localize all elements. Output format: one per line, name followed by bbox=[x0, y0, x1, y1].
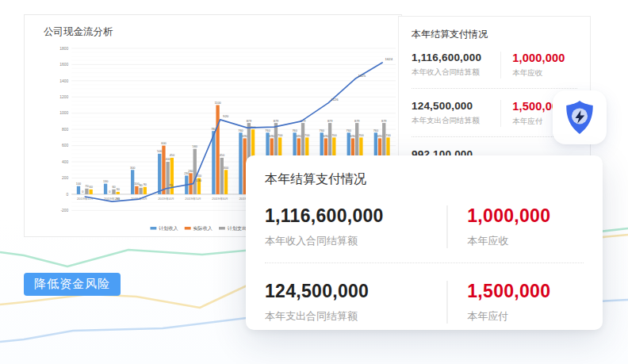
svg-text:760: 760 bbox=[347, 129, 351, 132]
svg-text:260: 260 bbox=[188, 170, 193, 173]
svg-text:879: 879 bbox=[247, 120, 251, 123]
svg-text:700: 700 bbox=[385, 134, 390, 137]
svg-text:879: 879 bbox=[354, 120, 359, 123]
svg-text:879: 879 bbox=[381, 120, 386, 123]
svg-text:300: 300 bbox=[224, 167, 228, 170]
panel-row-income: 1,116,600,000 本年收入合同结算额 1,000,000 本年应收 bbox=[412, 50, 577, 79]
svg-text:500: 500 bbox=[157, 150, 162, 153]
svg-text:实际收入: 实际收入 bbox=[193, 225, 213, 232]
receivable-label: 本年应收 bbox=[512, 68, 577, 79]
svg-text:300: 300 bbox=[130, 167, 135, 170]
svg-text:-90: -90 bbox=[115, 197, 121, 201]
svg-text:80: 80 bbox=[139, 184, 142, 187]
shield-lightning-icon bbox=[563, 99, 596, 136]
svg-text:879: 879 bbox=[274, 120, 278, 123]
svg-text:690: 690 bbox=[350, 135, 355, 138]
svg-text:2019年4月: 2019年4月 bbox=[158, 197, 174, 201]
svg-text:130: 130 bbox=[103, 180, 108, 183]
svg-text:700: 700 bbox=[358, 134, 363, 137]
popup-income-settlement-label: 本年收入合同结算额 bbox=[265, 234, 446, 248]
svg-text:200: 200 bbox=[62, 176, 68, 180]
receivable: 1,000,000 本年应收 bbox=[500, 52, 577, 79]
popup-row-expense: 124,500,000 本年支出合同结算额 1,500,000 本年应付 bbox=[265, 281, 584, 324]
chart-title: 公司现金流分析 bbox=[44, 25, 113, 39]
svg-text:700: 700 bbox=[278, 134, 282, 137]
svg-text:400: 400 bbox=[166, 158, 170, 161]
svg-text:70: 70 bbox=[85, 185, 88, 188]
svg-text:600: 600 bbox=[62, 144, 68, 148]
svg-text:1000: 1000 bbox=[59, 111, 68, 115]
svg-text:30: 30 bbox=[117, 188, 120, 191]
svg-text:1200: 1200 bbox=[59, 95, 68, 99]
svg-text:450: 450 bbox=[170, 154, 174, 157]
popup-payable: 1,500,000 本年应付 bbox=[446, 281, 584, 324]
popup-receivable-value: 1,000,000 bbox=[467, 205, 584, 227]
receivable-value: 1,000,000 bbox=[512, 52, 577, 64]
svg-text:-200: -200 bbox=[60, 209, 68, 213]
svg-text:700: 700 bbox=[304, 134, 309, 137]
svg-text:1624: 1624 bbox=[385, 57, 393, 61]
expense-settlement: 124,500,000 本年支出合同结算额 bbox=[412, 100, 500, 126]
svg-text:0: 0 bbox=[109, 190, 110, 193]
popup-expense-settlement-value: 124,500,000 bbox=[265, 281, 446, 302]
svg-text:760: 760 bbox=[265, 129, 270, 132]
svg-text:计划支出: 计划支出 bbox=[228, 225, 247, 232]
svg-text:1100: 1100 bbox=[215, 102, 221, 105]
svg-text:400: 400 bbox=[62, 160, 68, 164]
divider bbox=[412, 136, 577, 137]
settlement-popup-card[interactable]: 本年结算支付情况 1,116,600,000 本年收入合同结算额 1,000,0… bbox=[246, 155, 603, 330]
svg-text:2019年6月: 2019年6月 bbox=[212, 197, 228, 201]
popup-payable-label: 本年应付 bbox=[467, 309, 584, 324]
popup-payable-value: 1,500,000 bbox=[467, 281, 584, 302]
svg-text:690: 690 bbox=[243, 135, 247, 138]
income-settlement-value: 1,116,600,000 bbox=[412, 52, 500, 63]
income-settlement-label: 本年收入合同结算额 bbox=[412, 67, 500, 78]
income-settlement: 1,116,600,000 本年收入合同结算额 bbox=[412, 52, 500, 78]
svg-text:70: 70 bbox=[169, 183, 173, 187]
popup-row-income: 1,116,600,000 本年收入合同结算额 1,000,000 本年应收 bbox=[265, 205, 584, 248]
svg-text:100: 100 bbox=[76, 182, 81, 186]
popup-income-settlement-value: 1,116,600,000 bbox=[265, 205, 446, 227]
svg-text:2019年5月: 2019年5月 bbox=[185, 197, 201, 201]
svg-text:690: 690 bbox=[324, 135, 328, 138]
svg-text:130: 130 bbox=[196, 178, 202, 182]
svg-text:60: 60 bbox=[90, 186, 93, 189]
expense-settlement-value: 124,500,000 bbox=[412, 100, 500, 112]
panel-title: 本年结算支付情况 bbox=[412, 28, 577, 41]
svg-text:800: 800 bbox=[62, 128, 68, 132]
svg-text:690: 690 bbox=[377, 135, 382, 138]
risk-reduction-tag: 降低资金风险 bbox=[24, 273, 121, 296]
popup-receivable-label: 本年应收 bbox=[467, 234, 584, 248]
popup-expense-settlement: 124,500,000 本年支出合同结算额 bbox=[265, 281, 446, 324]
svg-text:计划收入: 计划收入 bbox=[159, 225, 178, 231]
svg-text:600: 600 bbox=[161, 142, 166, 145]
svg-text:90: 90 bbox=[144, 183, 147, 186]
svg-text:60: 60 bbox=[112, 186, 115, 189]
popup-income-settlement: 1,116,600,000 本年收入合同结算额 bbox=[265, 205, 446, 248]
popup-title: 本年结算支付情况 bbox=[265, 171, 584, 188]
divider bbox=[412, 88, 577, 89]
svg-text:1126: 1126 bbox=[331, 98, 339, 102]
popup-expense-settlement-label: 本年支出合同结算额 bbox=[265, 309, 446, 324]
svg-text:1425: 1425 bbox=[358, 74, 366, 78]
svg-text:879: 879 bbox=[327, 120, 332, 123]
svg-text:1600: 1600 bbox=[59, 63, 68, 67]
svg-text:760: 760 bbox=[292, 129, 297, 132]
svg-text:760: 760 bbox=[238, 129, 243, 132]
security-badge-card bbox=[553, 90, 607, 144]
svg-text:1800: 1800 bbox=[59, 47, 68, 51]
svg-text:450: 450 bbox=[220, 154, 224, 157]
divider bbox=[265, 262, 584, 263]
svg-text:760: 760 bbox=[373, 129, 378, 132]
svg-text:560: 560 bbox=[193, 145, 197, 148]
svg-text:1400: 1400 bbox=[59, 79, 68, 83]
svg-text:690: 690 bbox=[270, 135, 274, 138]
svg-text:760: 760 bbox=[320, 129, 324, 132]
svg-text:0: 0 bbox=[67, 193, 69, 197]
popup-receivable: 1,000,000 本年应收 bbox=[446, 205, 584, 248]
svg-text:690: 690 bbox=[297, 135, 301, 138]
svg-text:920: 920 bbox=[223, 114, 229, 118]
svg-text:0: 0 bbox=[82, 190, 83, 193]
expense-settlement-label: 本年支出合同结算额 bbox=[412, 116, 500, 126]
svg-text:700: 700 bbox=[331, 134, 336, 137]
